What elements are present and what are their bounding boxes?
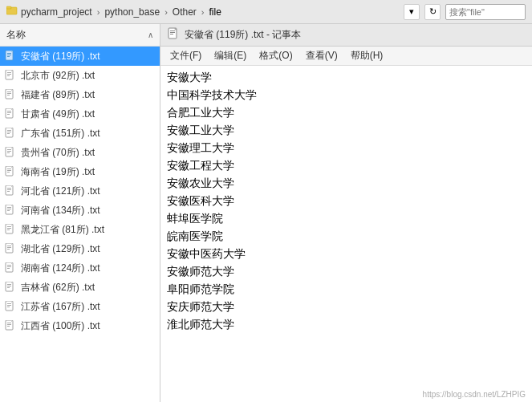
svg-rect-60 bbox=[7, 268, 10, 269]
file-item[interactable]: 海南省 (19所) .txt bbox=[0, 162, 160, 181]
breadcrumb-other[interactable]: Other bbox=[173, 6, 197, 18]
svg-rect-78 bbox=[170, 30, 175, 31]
svg-rect-49 bbox=[7, 228, 11, 229]
file-name: 湖北省 (129所) .txt bbox=[21, 242, 100, 256]
breadcrumb-file: file bbox=[209, 6, 221, 18]
file-name: 安徽省 (119所) .txt bbox=[21, 50, 100, 63]
notepad-file-icon bbox=[167, 27, 180, 43]
svg-rect-34 bbox=[7, 170, 11, 171]
breadcrumb-python-base[interactable]: python_base bbox=[104, 6, 160, 18]
menu-item[interactable]: 文件(F) bbox=[164, 47, 208, 65]
svg-rect-53 bbox=[7, 246, 11, 246]
file-item[interactable]: 吉林省 (62所) .txt bbox=[0, 278, 160, 297]
svg-rect-35 bbox=[7, 172, 10, 173]
file-item[interactable]: 北京市 (92所) .txt bbox=[0, 66, 160, 85]
file-name: 甘肃省 (49所) .txt bbox=[21, 108, 95, 121]
file-doc-icon bbox=[5, 128, 18, 139]
content-line: 安徽大学 bbox=[167, 69, 526, 87]
file-item[interactable]: 江西省 (100所) .txt bbox=[0, 316, 160, 335]
svg-rect-64 bbox=[7, 286, 11, 286]
notepad-title-text: 安徽省 (119所) .txt - 记事本 bbox=[185, 28, 301, 42]
file-item[interactable]: 黑龙江省 (81所) .txt bbox=[0, 220, 160, 239]
file-name: 海南省 (19所) .txt bbox=[21, 165, 95, 179]
svg-rect-43 bbox=[7, 207, 11, 208]
svg-rect-8 bbox=[7, 72, 11, 73]
content-line: 淮北师范大学 bbox=[167, 316, 526, 334]
content-line: 安徽工程大学 bbox=[167, 157, 526, 175]
svg-rect-70 bbox=[7, 307, 10, 307]
file-name: 河北省 (121所) .txt bbox=[21, 185, 100, 198]
breadcrumb-sep-1: › bbox=[97, 7, 100, 17]
svg-rect-80 bbox=[170, 34, 173, 35]
file-doc-icon bbox=[5, 70, 18, 81]
file-item[interactable]: 甘肃省 (49所) .txt bbox=[0, 104, 160, 124]
content-line: 皖南医学院 bbox=[167, 228, 526, 246]
svg-rect-65 bbox=[7, 287, 10, 288]
file-panel-title: 名称 bbox=[6, 28, 26, 42]
file-item[interactable]: 湖南省 (124所) .txt bbox=[0, 258, 160, 278]
file-name: 江西省 (100所) .txt bbox=[21, 319, 100, 333]
titlebar-right: ▾ ↻ bbox=[404, 4, 526, 20]
svg-rect-54 bbox=[7, 247, 11, 248]
chevron-up-icon: ∧ bbox=[148, 30, 153, 39]
file-item[interactable]: 广东省 (151所) .txt bbox=[0, 124, 160, 143]
menu-item[interactable]: 帮助(H) bbox=[344, 47, 390, 65]
file-doc-icon bbox=[5, 243, 18, 254]
file-doc-icon bbox=[5, 185, 18, 197]
content-line: 中国科学技术大学 bbox=[167, 87, 526, 104]
file-item[interactable]: 安徽省 (119所) .txt bbox=[0, 47, 160, 66]
svg-rect-44 bbox=[7, 209, 11, 209]
breadcrumb-sep-2: › bbox=[164, 7, 168, 17]
file-doc-icon bbox=[5, 205, 18, 216]
svg-rect-59 bbox=[7, 266, 11, 267]
menu-item[interactable]: 格式(O) bbox=[253, 47, 298, 65]
content-line: 安徽工业大学 bbox=[167, 122, 526, 140]
notepad-titlebar: 安徽省 (119所) .txt - 记事本 bbox=[160, 24, 532, 47]
file-item[interactable]: 贵州省 (70所) .txt bbox=[0, 143, 160, 162]
file-name: 广东省 (151所) .txt bbox=[21, 127, 100, 140]
file-list: 安徽省 (119所) .txt 北京市 (92所) .txt 福建省 (89所)… bbox=[0, 47, 160, 402]
file-name: 黑龙江省 (81所) .txt bbox=[21, 223, 104, 237]
content-line: 安徽中医药大学 bbox=[167, 246, 526, 263]
refresh-button[interactable]: ↻ bbox=[424, 4, 441, 20]
breadcrumb-sep-3: › bbox=[201, 7, 205, 17]
file-doc-icon bbox=[5, 301, 18, 312]
notepad-menubar: 文件(F)编辑(E)格式(O)查看(V)帮助(H) bbox=[160, 47, 532, 66]
file-name: 北京市 (92所) .txt bbox=[21, 69, 95, 83]
file-doc-icon bbox=[5, 262, 18, 274]
content-line: 安徽理工大学 bbox=[167, 140, 526, 157]
content-line: 安徽农业大学 bbox=[167, 175, 526, 193]
file-doc-icon bbox=[5, 224, 18, 235]
dropdown-arrow-button[interactable]: ▾ bbox=[404, 4, 420, 20]
titlebar: pycharm_project › python_base › Other › … bbox=[0, 0, 532, 24]
svg-rect-10 bbox=[7, 75, 10, 76]
search-input[interactable] bbox=[445, 4, 526, 20]
file-item[interactable]: 湖北省 (129所) .txt bbox=[0, 239, 160, 258]
file-doc-icon bbox=[5, 89, 18, 100]
svg-rect-13 bbox=[7, 91, 11, 92]
svg-rect-63 bbox=[7, 284, 11, 285]
file-doc-icon bbox=[5, 282, 18, 293]
svg-rect-30 bbox=[7, 152, 10, 153]
svg-rect-15 bbox=[7, 95, 10, 95]
menu-item[interactable]: 查看(V) bbox=[299, 47, 344, 65]
menu-item[interactable]: 编辑(E) bbox=[208, 47, 253, 65]
file-item[interactable]: 河南省 (134所) .txt bbox=[0, 201, 160, 220]
breadcrumb-pycharm[interactable]: pycharm_project bbox=[21, 6, 92, 18]
svg-rect-29 bbox=[7, 151, 11, 152]
svg-rect-9 bbox=[7, 74, 11, 75]
svg-rect-1 bbox=[6, 6, 11, 9]
svg-rect-79 bbox=[170, 32, 175, 33]
svg-rect-25 bbox=[7, 133, 10, 134]
file-doc-icon bbox=[5, 108, 18, 120]
svg-rect-58 bbox=[7, 265, 11, 266]
file-item[interactable]: 河北省 (121所) .txt bbox=[0, 181, 160, 201]
svg-rect-39 bbox=[7, 189, 11, 190]
file-item[interactable]: 福建省 (89所) .txt bbox=[0, 85, 160, 104]
svg-rect-45 bbox=[7, 210, 10, 211]
svg-rect-19 bbox=[7, 112, 11, 113]
file-name: 江苏省 (167所) .txt bbox=[21, 300, 100, 314]
file-item[interactable]: 江苏省 (167所) .txt bbox=[0, 297, 160, 316]
svg-rect-68 bbox=[7, 303, 11, 304]
svg-rect-50 bbox=[7, 229, 10, 230]
